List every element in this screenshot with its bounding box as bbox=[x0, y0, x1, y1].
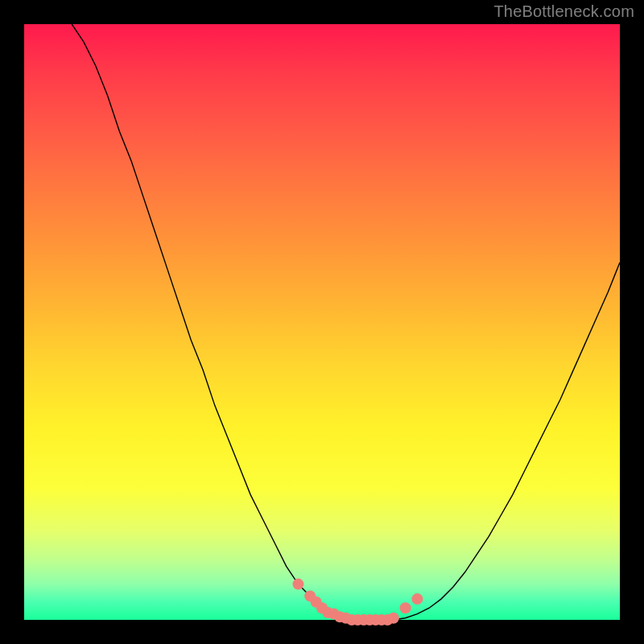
plot-area bbox=[24, 24, 620, 620]
marker-dot bbox=[388, 613, 399, 624]
watermark-text: TheBottleneck.com bbox=[493, 2, 634, 21]
marker-dot bbox=[400, 602, 411, 613]
chart-overlay-svg bbox=[24, 24, 620, 620]
chart-frame: TheBottleneck.com bbox=[0, 0, 644, 644]
bottleneck-curve bbox=[72, 24, 620, 620]
marker-dot bbox=[411, 593, 423, 605]
marker-dot bbox=[292, 579, 303, 590]
